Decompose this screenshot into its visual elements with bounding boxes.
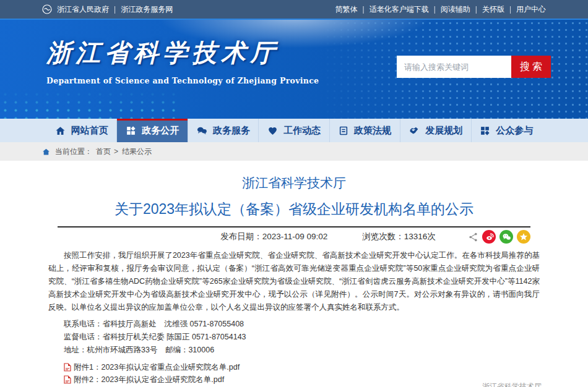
dots-decoration — [0, 90, 176, 119]
nav-item-development-plan[interactable]: 发展规划 — [400, 119, 470, 142]
link-reading-assist[interactable]: 阅读辅助 — [441, 4, 482, 15]
article-meta: 发布日期：2023-11-09 09:02 浏览次数：13316次 — [48, 228, 540, 246]
participation-icon — [480, 125, 490, 136]
search-input[interactable] — [397, 56, 511, 78]
home-icon — [55, 125, 66, 136]
page-title: 关于2023年拟认定（备案）省级企业研发机构名单的公示 — [48, 200, 540, 219]
nav-item-label: 公众参与 — [496, 125, 533, 137]
link-elderly-client-download[interactable]: 适老化客户端下载 — [370, 4, 441, 15]
breadcrumb-prefix: 当前位置： — [55, 147, 92, 157]
site-banner: 浙江省科学技术厅 Department of Science and Techn… — [0, 19, 588, 119]
site-brand: 浙江省科学技术厅 Department of Science and Techn… — [46, 36, 319, 85]
share-buttons — [468, 230, 530, 244]
weibo-icon[interactable] — [482, 230, 496, 244]
gov-open-icon — [126, 125, 136, 136]
contact-phone-line: 联系电话：省科技厅高新处 沈维强 0571-87055408 — [48, 318, 540, 331]
nav-item-label: 工作动态 — [283, 125, 321, 137]
heart-icon — [267, 125, 278, 136]
link-zhejiang-gov[interactable]: 浙江省人民政府 — [57, 4, 121, 15]
address-line: 地址：杭州市环城西路33号 邮编：310006 — [48, 344, 540, 357]
nav-item-gov-open[interactable]: 政务公开 — [116, 119, 187, 142]
share-icon[interactable] — [468, 232, 478, 242]
link-simplified-traditional[interactable]: 简繁体 — [335, 4, 370, 15]
pdf-icon — [64, 363, 71, 372]
link-care-version[interactable]: 关怀版 — [482, 4, 516, 15]
chat-bubbles-icon — [196, 125, 207, 136]
article-content: 浙江省科学技术厅 关于2023年拟认定（备案）省级企业研发机构名单的公示 发布日… — [0, 161, 588, 387]
breadcrumb: 当前位置： 首页 结果公示 — [0, 142, 588, 161]
attachment-link-1[interactable]: 附件1：2023年拟认定省重点企业研究院名单.pdf — [64, 361, 540, 373]
supervision-phone-line: 监督电话：省科技厅机关纪委 陈国正 0571-87054143 — [48, 331, 540, 344]
link-zhejiang-service[interactable]: 浙江政务服务网 — [121, 4, 173, 15]
nav-item-work-news[interactable]: 工作动态 — [258, 119, 329, 142]
nav-item-label: 发展规划 — [425, 125, 462, 137]
handshake-icon — [409, 125, 420, 136]
pdf-icon — [64, 375, 71, 384]
top-utility-bar: 浙江省人民政府 浙江政务服务网 简繁体 适老化客户端下载 阅读辅助 关怀版 用户… — [0, 0, 588, 19]
zhejiang-gov-emblem-icon — [42, 4, 52, 14]
nav-item-label: 网站首页 — [71, 125, 108, 137]
view-count: 浏览次数：13316次 — [362, 231, 436, 242]
home-small-icon — [42, 148, 50, 156]
footer-org-name: 浙江省科学技术厅 — [482, 381, 542, 387]
publish-date: 发布日期：2023-11-09 09:02 — [220, 231, 327, 242]
nav-item-policy[interactable]: 政策法规 — [329, 119, 400, 142]
nav-item-home[interactable]: 网站首页 — [46, 119, 116, 142]
attachment-label: 附件1：2023年拟认定省重点企业研究院名单.pdf — [74, 361, 240, 373]
attachment-label: 附件2：2023年拟认定省企业研究院名单.pdf — [74, 373, 224, 386]
nav-item-label: 政策法规 — [354, 125, 391, 137]
document-icon — [339, 125, 348, 136]
main-navigation: 网站首页 政务公开 政务服务 工作动态 政策法规 发展规划 公众参与 — [0, 119, 588, 142]
wechat-icon[interactable] — [499, 230, 513, 244]
attachment-list: 附件1：2023年拟认定省重点企业研究院名单.pdf 附件2：2023年拟认定省… — [48, 361, 540, 387]
nav-item-public-participation[interactable]: 公众参与 — [471, 119, 542, 142]
article-org-line: 浙江省科学技术厅 — [48, 174, 540, 192]
nav-item-label: 政务公开 — [142, 125, 179, 137]
article-body: 按照工作安排，我厅组织开展了2023年省重点企业研究院、省企业研究院、省高新技术… — [48, 249, 540, 314]
site-title-cn: 浙江省科学技术厅 — [46, 36, 319, 70]
nav-item-gov-service[interactable]: 政务服务 — [188, 119, 258, 142]
search-button[interactable]: 搜索 — [511, 56, 551, 78]
qzone-icon[interactable] — [517, 230, 530, 244]
breadcrumb-current: 结果公示 — [122, 147, 152, 157]
contact-info: 联系电话：省科技厅高新处 沈维强 0571-87055408 监督电话：省科技厅… — [48, 318, 540, 357]
attachment-link-2[interactable]: 附件2：2023年拟认定省企业研究院名单.pdf — [64, 373, 540, 386]
site-title-en: Department of Science and Technology of … — [46, 76, 319, 85]
breadcrumb-home[interactable]: 首页 — [96, 147, 118, 157]
search-box: 搜索 — [397, 56, 551, 78]
link-user-center[interactable]: 用户中心 — [516, 4, 546, 15]
nav-item-label: 政务服务 — [213, 125, 250, 137]
